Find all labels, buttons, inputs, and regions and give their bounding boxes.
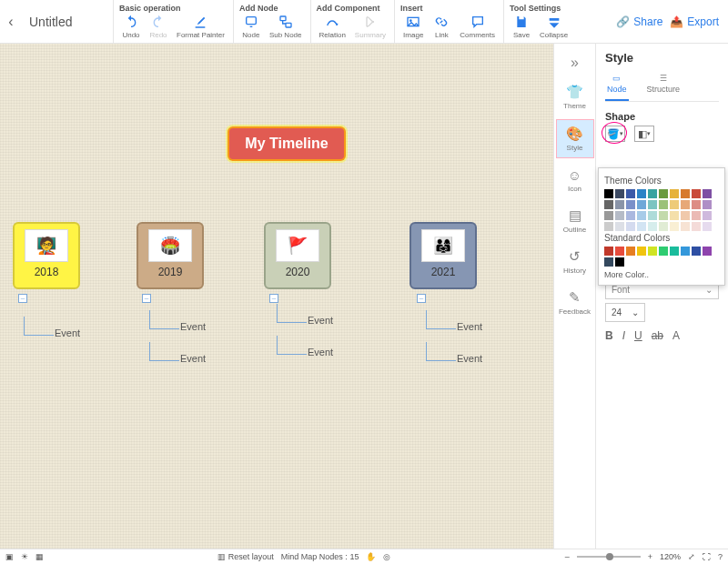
color-swatch[interactable] bbox=[659, 211, 668, 220]
color-swatch[interactable] bbox=[615, 247, 624, 256]
grid-icon[interactable]: ▦ bbox=[35, 552, 44, 561]
event-node[interactable]: Event bbox=[308, 315, 333, 326]
comments-button[interactable]: Comments bbox=[455, 13, 500, 41]
brightness-icon[interactable]: ☀ bbox=[21, 552, 28, 561]
doc-title[interactable]: Untitled bbox=[22, 0, 113, 43]
color-swatch[interactable] bbox=[637, 222, 646, 231]
color-swatch[interactable] bbox=[659, 200, 668, 209]
bold-button[interactable]: B bbox=[605, 329, 613, 342]
color-swatch[interactable] bbox=[670, 247, 679, 256]
zoom-level[interactable]: 120% bbox=[660, 552, 681, 561]
color-swatch[interactable] bbox=[604, 200, 613, 209]
rail-outline[interactable]: ▤Outline bbox=[556, 202, 594, 239]
collapse-toggle[interactable]: – bbox=[142, 294, 151, 303]
color-swatch[interactable] bbox=[648, 189, 657, 198]
color-swatch[interactable] bbox=[615, 222, 624, 231]
color-swatch[interactable] bbox=[604, 247, 613, 256]
color-swatch[interactable] bbox=[703, 189, 712, 198]
border-color-button[interactable]: ◧ ▾ bbox=[634, 126, 654, 142]
color-swatch[interactable] bbox=[703, 222, 712, 231]
color-swatch[interactable] bbox=[637, 189, 646, 198]
color-swatch[interactable] bbox=[692, 247, 701, 256]
event-node[interactable]: Event bbox=[308, 347, 333, 358]
color-swatch[interactable] bbox=[615, 189, 624, 198]
rail-icon[interactable]: ☺Icon bbox=[556, 162, 594, 198]
color-swatch[interactable] bbox=[692, 200, 701, 209]
color-swatch[interactable] bbox=[670, 211, 679, 220]
text-color-button[interactable]: A bbox=[672, 329, 680, 342]
image-button[interactable]: Image bbox=[399, 13, 428, 41]
color-swatch[interactable] bbox=[659, 222, 668, 231]
zoom-slider[interactable] bbox=[577, 556, 641, 558]
color-swatch[interactable] bbox=[626, 247, 635, 256]
hand-icon[interactable]: ✋ bbox=[366, 552, 376, 561]
color-swatch[interactable] bbox=[648, 200, 657, 209]
color-swatch[interactable] bbox=[637, 200, 646, 209]
link-button[interactable]: Link bbox=[428, 13, 455, 41]
fill-color-button[interactable]: 🪣 ▾ bbox=[605, 126, 625, 142]
subnode-button[interactable]: Sub Node bbox=[265, 13, 307, 41]
color-swatch[interactable] bbox=[681, 189, 690, 198]
color-swatch[interactable] bbox=[692, 222, 701, 231]
color-swatch[interactable] bbox=[648, 211, 657, 220]
zoom-in-button[interactable]: + bbox=[648, 552, 652, 561]
target-icon[interactable]: ◎ bbox=[383, 552, 390, 561]
share-button[interactable]: 🔗Share bbox=[616, 15, 662, 28]
rail-feedback[interactable]: ✎Feedback bbox=[556, 284, 594, 321]
redo-button[interactable]: Redo bbox=[145, 13, 172, 41]
color-swatch[interactable] bbox=[604, 257, 613, 267]
color-swatch[interactable] bbox=[670, 200, 679, 209]
rail-theme[interactable]: 👕Theme bbox=[556, 78, 594, 116]
underline-button[interactable]: U bbox=[634, 329, 642, 342]
collapse-button[interactable]: Collapse bbox=[535, 13, 572, 41]
color-swatch[interactable] bbox=[703, 211, 712, 220]
color-swatch[interactable] bbox=[637, 247, 646, 256]
year-node-2021[interactable]: 👨‍👩‍👧2021 bbox=[410, 222, 477, 289]
rail-history[interactable]: ↺History bbox=[556, 243, 594, 280]
color-swatch[interactable] bbox=[604, 211, 613, 220]
color-swatch[interactable] bbox=[692, 211, 701, 220]
tab-structure[interactable]: ☰Structure bbox=[645, 70, 682, 101]
event-node[interactable]: Event bbox=[457, 353, 482, 364]
collapse-toggle[interactable]: – bbox=[417, 294, 426, 303]
rail-style[interactable]: 🎨Style bbox=[556, 119, 594, 158]
fullscreen-icon[interactable]: ⛶ bbox=[703, 552, 711, 561]
event-node[interactable]: Event bbox=[457, 321, 482, 332]
node-button[interactable]: Node bbox=[238, 13, 265, 41]
color-swatch[interactable] bbox=[659, 189, 668, 198]
color-swatch[interactable] bbox=[681, 200, 690, 209]
event-node[interactable]: Event bbox=[180, 353, 206, 364]
color-swatch[interactable] bbox=[637, 211, 646, 220]
color-swatch[interactable] bbox=[626, 222, 635, 231]
format-painter-button[interactable]: Format Painter bbox=[172, 13, 229, 41]
year-node-2020[interactable]: 🚩2020 bbox=[264, 222, 331, 289]
color-swatch[interactable] bbox=[670, 189, 679, 198]
color-swatch[interactable] bbox=[703, 200, 712, 209]
strike-button[interactable]: ab bbox=[652, 329, 663, 342]
root-node[interactable]: My Timeline bbox=[228, 126, 346, 161]
color-swatch[interactable] bbox=[692, 189, 701, 198]
color-swatch[interactable] bbox=[604, 222, 613, 231]
year-node-2018[interactable]: 🧑‍🏫2018 bbox=[13, 222, 80, 289]
relation-button[interactable]: Relation bbox=[315, 13, 350, 41]
color-swatch[interactable] bbox=[604, 189, 613, 198]
presentation-icon[interactable]: ▣ bbox=[5, 552, 14, 561]
color-swatch[interactable] bbox=[659, 247, 668, 256]
color-swatch[interactable] bbox=[648, 222, 657, 231]
color-swatch[interactable] bbox=[703, 247, 712, 256]
export-button[interactable]: 📤Export bbox=[670, 15, 719, 28]
color-swatch[interactable] bbox=[670, 222, 679, 231]
save-button[interactable]: Save bbox=[508, 13, 535, 41]
color-swatch[interactable] bbox=[626, 189, 635, 198]
year-node-2019[interactable]: 🏟️2019 bbox=[136, 222, 204, 289]
back-button[interactable]: ‹ bbox=[0, 0, 22, 43]
color-swatch[interactable] bbox=[681, 247, 690, 256]
more-color-button[interactable]: More Color.. bbox=[604, 270, 719, 279]
color-swatch[interactable] bbox=[648, 247, 657, 256]
font-size-select[interactable]: 24⌄ bbox=[605, 303, 645, 322]
canvas[interactable]: My Timeline 🧑‍🏫2018 🏟️2019 🚩2020 👨‍👩‍👧20… bbox=[0, 44, 553, 549]
fit-icon[interactable]: ⤢ bbox=[688, 552, 695, 561]
color-swatch[interactable] bbox=[681, 222, 690, 231]
undo-button[interactable]: Undo bbox=[117, 13, 145, 41]
color-swatch[interactable] bbox=[626, 211, 635, 220]
